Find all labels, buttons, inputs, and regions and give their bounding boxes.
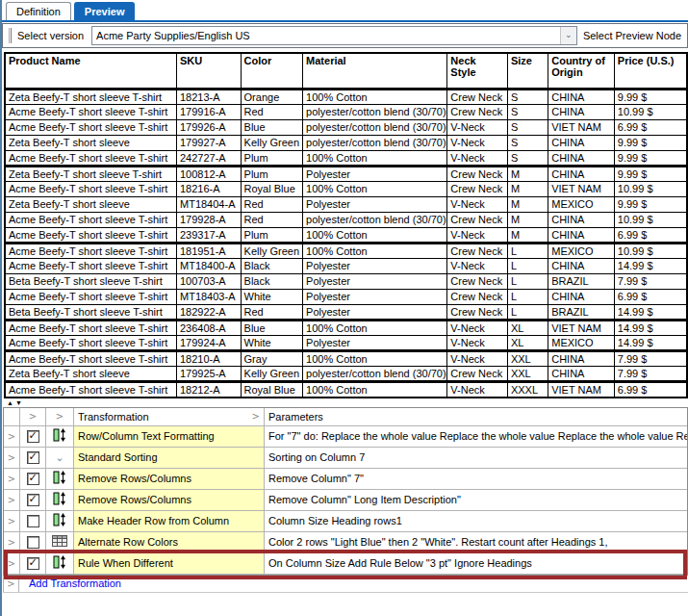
row-expander[interactable]: > [4,553,20,574]
header-parameters-col[interactable]: Parameters [265,408,687,425]
splitter-up-icon[interactable]: ▲ [7,399,13,406]
table-cell: Crew Neck [447,89,508,104]
table-cell: VIET NAM [548,381,615,398]
table-cell: VIET NAM [548,320,615,335]
transformation-parameters: Sorting on Column 7 [265,448,687,468]
transformation-row[interactable]: >Rule When DifferentOn Column Size Add R… [4,553,687,575]
enabled-checkbox[interactable] [27,473,39,485]
table-cell: Acme Beefy-T short sleeve T-shirt [5,350,177,366]
enabled-checkbox-cell [20,532,46,552]
table-cell: Crew Neck [447,366,508,381]
row-expander[interactable]: > [3,576,19,592]
transformation-icon-cell: ⌄ [46,448,74,468]
enabled-checkbox[interactable] [27,451,39,464]
table-cell: Black [241,258,303,273]
transformation-icon-cell [46,469,74,489]
table-cell: 239317-A [177,227,242,243]
table-cell: 14.99 $ [614,320,687,335]
table-cell: Blue [241,320,303,335]
app-window: Definition Preview Select version Acme P… [0,0,688,616]
table-cell: 100% Cotton [303,381,447,398]
transformation-name[interactable]: Remove Rows/Columns [74,490,265,510]
add-transformation-link[interactable]: Add Transformation [19,578,121,589]
table-cell: Acme Beefy-T short sleeve T-shirt [5,227,177,243]
column-resize-icon [53,555,67,571]
transformation-name[interactable]: Alternate Row Colors [74,532,265,552]
enabled-checkbox[interactable] [27,515,39,527]
table-row: Zeta Beefy-T short sleeve T-shirt100812-… [5,166,687,181]
table-cell: 7.99 $ [614,366,687,381]
table-cell: 9.99 $ [614,196,687,212]
row-expander[interactable]: > [4,511,20,531]
table-cell: Acme Beefy-T short sleeve T-shirt [5,150,177,166]
table-cell: Zeta Beefy-T short sleeve [5,135,177,150]
enabled-checkbox-cell [20,448,46,468]
pane-splitter[interactable]: ▲ ▼ [2,398,688,407]
row-expander[interactable]: > [4,448,20,468]
transformation-row[interactable]: >Remove Rows/ColumnsRemove Column" 7" [4,469,687,490]
transformation-name[interactable]: Remove Rows/Columns [74,469,265,489]
table-cell: 18216-A [177,181,242,196]
transformation-name[interactable]: Make Header Row from Column [74,511,265,531]
row-expander[interactable]: > [4,426,20,447]
enabled-checkbox[interactable] [27,494,39,506]
table-cell: 18210-A [177,350,242,366]
enabled-checkbox[interactable] [27,557,39,570]
header-checkbox-col[interactable]: > [20,408,46,425]
table-cell: XL [507,335,548,350]
transformation-name[interactable]: Row/Column Text Formatting [74,426,265,447]
header-transformation-col[interactable]: Transformation > [74,408,265,425]
tab-preview[interactable]: Preview [74,2,136,20]
transformation-row[interactable]: >⌄Standard SortingSorting on Column 7 [4,448,687,469]
add-transformation-row: > Add Transformation [3,576,688,593]
table-cell: 14.99 $ [614,304,687,320]
enabled-checkbox-cell [20,553,46,574]
row-expander[interactable]: > [4,490,20,510]
transformation-row[interactable]: >Make Header Row from ColumnColumn Size … [4,511,687,532]
table-row: Zeta Beefy-T short sleeve T-shirt18213-A… [5,89,687,104]
transformation-row[interactable]: >Remove Rows/ColumnsRemove Column" Long … [4,490,687,511]
table-cell: L [507,273,548,289]
column-resize-icon [53,471,67,486]
transformation-row[interactable]: >Alternate Row ColorsColor 2 rows "Light… [4,532,687,553]
table-cell: 100% Cotton [303,181,447,196]
table-cell: Crew Neck [447,166,508,181]
table-cell: CHINA [548,150,615,166]
table-cell: Royal Blue [241,181,303,196]
header-expander-cell [4,408,20,425]
table-cell: 7.99 $ [614,273,687,289]
table-cell: M [507,212,548,227]
enabled-checkbox[interactable] [27,536,39,549]
enabled-checkbox[interactable] [27,430,39,443]
row-expander[interactable]: > [4,532,20,552]
splitter-down-icon[interactable]: ▼ [15,399,22,406]
table-cell: 100% Cotton [303,320,447,335]
table-row: Acme Beefy-T short sleeve T-shirt181951-… [5,243,687,258]
table-cell: S [507,150,548,166]
column-header: Size [507,53,548,89]
header-icon-col[interactable]: > [46,408,74,425]
column-header: Country of Origin [548,53,615,89]
row-expander[interactable]: > [4,469,20,489]
transformation-name[interactable]: Standard Sorting [74,448,265,468]
chevron-right-icon: > [252,411,260,422]
table-cell: Blue [241,119,303,135]
table-cell: 100% Cotton [303,350,447,366]
chevron-down-icon[interactable]: ⌄ [560,27,576,44]
toolbar-grip-icon[interactable] [9,28,12,43]
table-cell: 100% Cotton [303,150,447,166]
table-cell: 6.99 $ [614,227,687,243]
table-cell: 179926-A [177,119,242,135]
version-select[interactable]: Acme Party Supplies/English US ⌄ [91,26,577,45]
table-cell: 9.99 $ [614,166,687,181]
transformation-name[interactable]: Rule When Different [74,553,265,574]
chevron-right-icon: > [8,558,15,569]
table-cell: L [507,304,548,320]
tab-definition[interactable]: Definition [6,2,71,20]
table-cell: 7.99 $ [614,350,687,366]
table-cell: Polyester [303,258,447,273]
table-cell: Beta Beefy-T short sleeve T-shirt [5,273,177,289]
table-cell: Crew Neck [447,212,508,227]
table-cell: CHINA [548,350,615,366]
transformation-row[interactable]: >Row/Column Text FormattingFor "7" do: R… [4,426,687,448]
